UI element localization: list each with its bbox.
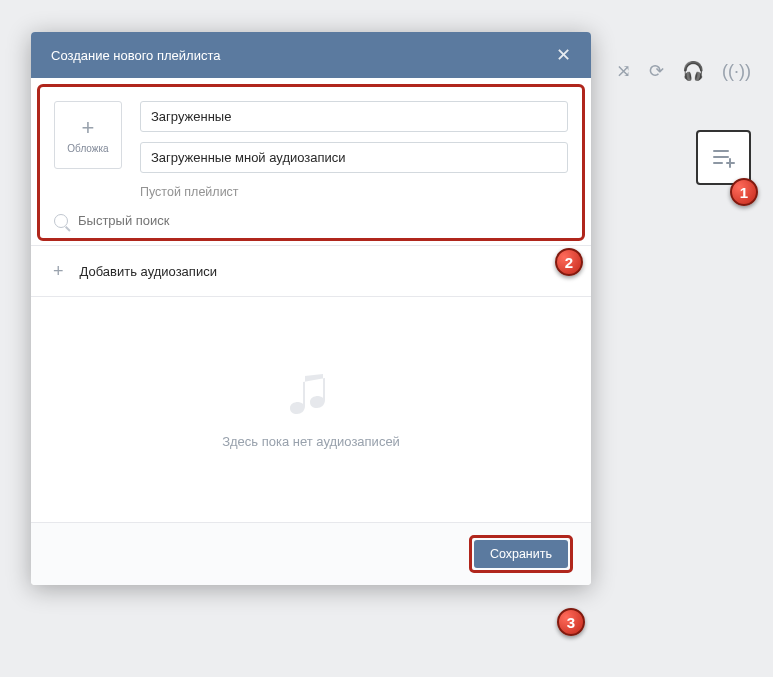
add-audio-label: Добавить аудиозаписи	[80, 264, 548, 279]
save-button-highlight: Сохранить	[469, 535, 573, 573]
repeat-icon[interactable]: ⟳	[649, 60, 664, 82]
search-icon	[54, 214, 68, 228]
playlist-title-input[interactable]	[140, 101, 568, 132]
annotation-badge-2: 2	[555, 248, 583, 276]
music-note-icon	[289, 370, 333, 420]
modal-header: Создание нового плейлиста ✕	[31, 32, 591, 78]
cover-label: Обложка	[67, 143, 108, 154]
cover-upload[interactable]: + Обложка	[54, 101, 122, 169]
empty-playlist-hint: Пустой плейлист	[140, 185, 568, 199]
empty-audio-message: Здесь пока нет аудиозаписей	[222, 434, 400, 449]
quick-search-input[interactable]	[78, 213, 568, 228]
modal-footer: Сохранить	[31, 522, 591, 585]
search-row	[54, 213, 568, 228]
add-audio-button[interactable]: + Добавить аудиозаписи ›	[31, 245, 591, 297]
create-playlist-modal: Создание нового плейлиста ✕ + Обложка Пу…	[31, 32, 591, 585]
annotation-badge-3: 3	[557, 608, 585, 636]
shuffle-icon[interactable]: ⤨	[616, 60, 631, 82]
add-playlist-button[interactable]	[696, 130, 751, 185]
modal-title: Создание нового плейлиста	[51, 48, 220, 63]
plus-icon: +	[82, 117, 95, 139]
playlist-desc-input[interactable]	[140, 142, 568, 173]
plus-icon: +	[53, 262, 64, 280]
broadcast-icon[interactable]: ((·))	[722, 61, 751, 82]
headphones-icon[interactable]: 🎧	[682, 60, 704, 82]
playlist-form-section: + Обложка Пустой плейлист	[37, 84, 585, 241]
close-icon[interactable]: ✕	[556, 46, 571, 64]
save-button[interactable]: Сохранить	[474, 540, 568, 568]
empty-audio-body: Здесь пока нет аудиозаписей	[31, 297, 591, 522]
playlist-add-icon	[713, 147, 735, 169]
annotation-badge-1: 1	[730, 178, 758, 206]
player-toolbar: ⤨ ⟳ 🎧 ((·))	[616, 60, 751, 82]
